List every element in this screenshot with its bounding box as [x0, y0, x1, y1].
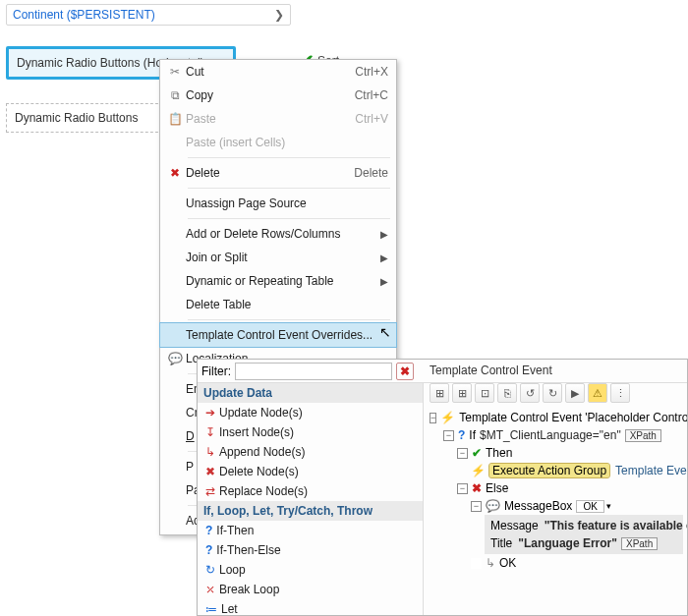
menu-delete-table-label: Delete Table [186, 298, 388, 311]
tree-if-label: If [469, 428, 476, 442]
tree-if[interactable]: − ? If $MT_ClientLanguage="en" XPath [443, 426, 683, 444]
action-append-nodes[interactable]: ↳Append Node(s) [198, 442, 423, 462]
menu-paste-label: Paste [186, 112, 355, 126]
persistent-tag-label: Continent ($PERSISTENT) [13, 8, 155, 22]
action-if-then-else[interactable]: ?If-Then-Else [198, 540, 423, 560]
menu-delete-label: Delete [186, 166, 354, 180]
scissors-icon: ✂ [164, 65, 186, 79]
action-insert-nodes[interactable]: ↧Insert Node(s) [198, 422, 423, 442]
action-categories: Update Data ➔Update Node(s) ↧Insert Node… [198, 383, 424, 615]
break-loop-icon: ⤫ [205, 583, 215, 596]
prop-message-label: Message [490, 519, 539, 532]
action-label: Delete Node(s) [219, 465, 299, 478]
collapse-icon[interactable]: − [457, 483, 468, 494]
menu-tceo-label: Template Control Event Overrides... [186, 328, 388, 342]
chevron-down-icon: ▾ [606, 501, 611, 511]
collapse-icon[interactable]: − [430, 413, 436, 423]
menu-delete-table[interactable]: Delete Table [160, 293, 396, 316]
then-icon: ✔ [472, 446, 482, 460]
action-label: Loop [219, 563, 246, 577]
tree-messagebox[interactable]: − 💬 MessageBox OK▾ [471, 497, 683, 515]
menu-copy-shortcut: Ctrl+C [355, 88, 388, 102]
collapse-icon[interactable]: − [443, 430, 454, 441]
menu-join-split[interactable]: Join or Split ▶ [160, 246, 396, 269]
action-replace-nodes[interactable]: ⇄Replace Node(s) [198, 481, 423, 501]
copy-icon: ⧉ [164, 88, 186, 102]
filter-input[interactable] [235, 363, 392, 380]
question-icon: ? [205, 543, 212, 557]
menu-copy[interactable]: ⧉ Copy Ctrl+C [160, 84, 396, 107]
action-label: Break Loop [219, 583, 279, 596]
group-update-data: Update Data [198, 383, 423, 403]
action-if-then[interactable]: ?If-Then [198, 521, 423, 540]
menu-paste-shortcut: Ctrl+V [355, 112, 388, 126]
other-node-label: Dynamic Radio Buttons [15, 111, 138, 125]
menu-delete[interactable]: ✖ Delete Delete [160, 161, 396, 185]
localization-icon: 💬 [164, 352, 186, 365]
collapse-icon[interactable]: − [457, 448, 468, 459]
action-let[interactable]: ≔Let [198, 599, 423, 615]
action-break-loop[interactable]: ⤫Break Loop [198, 580, 423, 599]
tree-root[interactable]: − ⚡ Template Control Event 'Placeholder … [430, 409, 683, 426]
append-icon: ↳ [205, 445, 215, 459]
action-label: Append Node(s) [219, 445, 305, 459]
menu-delete-shortcut: Delete [354, 166, 388, 180]
menu-template-control-event-overrides[interactable]: Template Control Event Overrides... [160, 323, 396, 347]
menu-separator [188, 157, 390, 158]
persistent-tag[interactable]: Continent ($PERSISTENT) ❯ [6, 4, 291, 26]
menu-add-delete-rows[interactable]: Add or Delete Rows/Columns ▶ [160, 222, 396, 246]
prop-message[interactable]: Message "This feature is available only … [490, 517, 677, 534]
menu-unassign[interactable]: Unassign Page Source [160, 192, 396, 215]
chevron-right-icon: ▶ [380, 276, 388, 287]
tree-ok-leaf-label: OK [499, 556, 516, 570]
menu-dynamic-repeating-label: Dynamic or Repeating Table [186, 274, 388, 288]
prop-message-value: "This feature is available only in [545, 519, 687, 532]
tree-then[interactable]: − ✔ Then [457, 444, 683, 462]
prop-title-label: Title [490, 536, 512, 550]
event-icon: ⚡ [440, 411, 455, 424]
menu-separator [188, 218, 390, 219]
action-delete-nodes[interactable]: ✖Delete Node(s) [198, 462, 423, 481]
paste-icon: 📋 [164, 112, 186, 126]
tree-else[interactable]: − ✖ Else [457, 479, 683, 497]
event-tree: − ⚡ Template Control Event 'Placeholder … [424, 383, 687, 615]
let-icon: ≔ [205, 602, 217, 615]
delete-icon: ✖ [164, 166, 186, 180]
delete-nodes-icon: ✖ [205, 465, 215, 478]
leaf-icon: ↳ [486, 556, 495, 570]
if-icon: ? [458, 428, 465, 442]
menu-separator [188, 319, 390, 320]
xpath-tag[interactable]: XPath [625, 429, 661, 442]
else-icon: ✖ [472, 481, 482, 495]
ok-chip[interactable]: OK [576, 500, 603, 513]
messagebox-icon: 💬 [486, 499, 500, 513]
chevron-right-icon: ▶ [380, 252, 388, 263]
action-label: Let [221, 602, 238, 615]
insert-icon: ↧ [205, 425, 215, 439]
menu-cut-label: Cut [186, 65, 355, 79]
loop-icon: ↻ [205, 563, 215, 577]
action-loop[interactable]: ↻Loop [198, 560, 423, 580]
tree-exec-target: Template Event Callback [615, 464, 687, 477]
filter-label: Filter: [201, 364, 231, 378]
action-update-nodes[interactable]: ➔Update Node(s) [198, 403, 423, 422]
tree-ok-leaf[interactable]: ↳ OK [471, 554, 683, 572]
xpath-tag[interactable]: XPath [621, 537, 658, 550]
clear-filter-button[interactable]: ✖ [396, 363, 414, 380]
action-label: If-Then [216, 524, 254, 537]
menu-unassign-label: Unassign Page Source [186, 196, 388, 210]
other-node[interactable]: Dynamic Radio Buttons [6, 103, 163, 133]
menu-join-split-label: Join or Split [186, 251, 388, 264]
action-group-icon: ⚡ [471, 464, 486, 477]
collapse-icon[interactable]: − [471, 501, 482, 512]
arrow-icon: ➔ [205, 406, 215, 420]
question-icon: ? [205, 524, 212, 537]
menu-dynamic-repeating[interactable]: Dynamic or Repeating Table ▶ [160, 269, 396, 293]
panel-title: Template Control Event [430, 364, 552, 377]
prop-title[interactable]: Title "Language Error" XPath [490, 534, 677, 552]
chevron-right-icon: ▶ [380, 229, 388, 240]
menu-cut[interactable]: ✂ Cut Ctrl+X [160, 60, 396, 84]
tree-execute-action[interactable]: ⚡ Execute Action Group Template Event Ca… [471, 462, 683, 479]
tree-exec-label: Execute Action Group [489, 464, 609, 477]
menu-paste-cells: Paste (insert Cells) [160, 131, 396, 154]
